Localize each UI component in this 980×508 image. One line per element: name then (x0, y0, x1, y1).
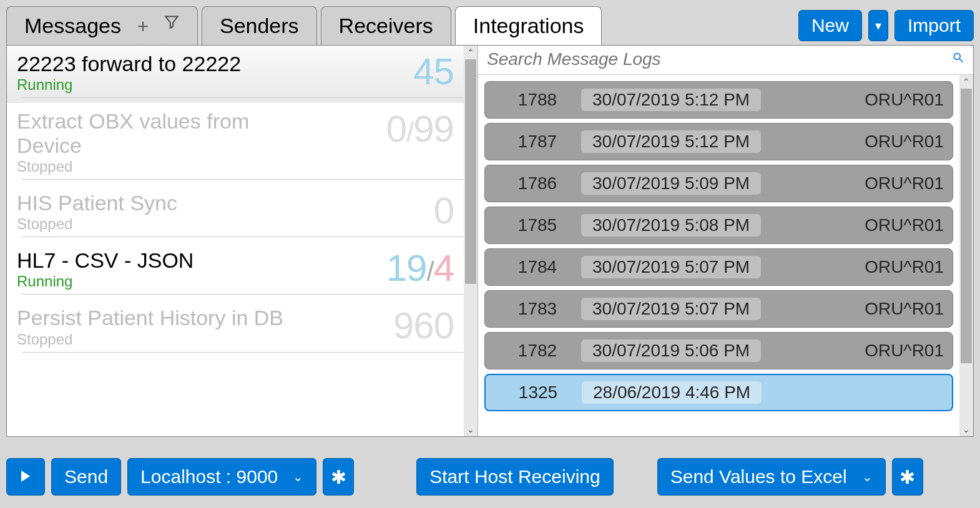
send-to-excel-combo[interactable]: Send Values to Excel ⌄ (657, 458, 886, 496)
gear-icon: ✱ (899, 466, 915, 488)
integration-count: 45 (413, 53, 454, 90)
log-id: 1783 (494, 299, 581, 319)
log-row[interactable]: 178530/07/2019 5:08 PMORU^R01 (484, 207, 953, 244)
integration-title: Extract OBX values from Device (17, 109, 316, 158)
integrations-scrollbar[interactable]: ⌃ ⌄ (464, 46, 478, 436)
integration-title: Persist Patient History in DB (17, 306, 316, 330)
log-id: 1787 (494, 132, 581, 152)
integration-item[interactable]: HIS Patient SyncStopped0 (7, 185, 464, 242)
new-button[interactable]: New (798, 10, 862, 41)
log-type: ORU^R01 (865, 90, 944, 110)
log-timestamp: 30/07/2019 5:09 PM (581, 172, 761, 195)
log-row[interactable]: 178830/07/2019 5:12 PMORU^R01 (484, 81, 953, 119)
log-timestamp: 30/07/2019 5:08 PM (581, 214, 761, 237)
log-timestamp: 30/07/2019 5:06 PM (581, 339, 761, 362)
main-area: 22223 forward to 22222Running45Extract O… (6, 45, 974, 437)
integration-status: Stopped (17, 215, 454, 233)
start-receiving-label: Start Host Receiving (429, 466, 600, 487)
integration-title: 22223 forward to 22222 (17, 52, 316, 76)
scrollbar-thumb[interactable] (961, 89, 972, 363)
filter-icon[interactable] (164, 13, 180, 39)
log-row[interactable]: 178230/07/2019 5:06 PMORU^R01 (484, 332, 953, 369)
log-timestamp: 30/07/2019 5:12 PM (581, 130, 761, 153)
log-timestamp: 30/07/2019 5:07 PM (581, 298, 761, 320)
log-timestamp: 30/07/2019 5:07 PM (581, 256, 761, 278)
gear-icon: ✱ (331, 466, 346, 488)
send-button[interactable]: Send (51, 458, 121, 496)
log-row[interactable]: 178730/07/2019 5:12 PMORU^R01 (484, 123, 953, 160)
add-icon[interactable]: ＋ (134, 13, 152, 39)
tab-receivers-label: Receivers (339, 14, 433, 38)
tab-integrations[interactable]: Integrations (455, 6, 602, 45)
send-button-label: Send (64, 466, 108, 487)
send-to-excel-label: Send Values to Excel (670, 466, 847, 487)
log-type: ORU^R01 (865, 215, 944, 235)
divider (22, 237, 464, 237)
log-id: 1782 (494, 341, 581, 361)
integration-count: 960 (393, 307, 454, 344)
log-type: ORU^R01 (865, 132, 944, 152)
scroll-up-icon[interactable]: ⌃ (464, 46, 478, 59)
tab-integrations-label: Integrations (473, 14, 584, 38)
tab-receivers[interactable]: Receivers (321, 6, 451, 45)
divider (22, 179, 464, 180)
log-id: 1785 (494, 215, 581, 235)
tab-messages[interactable]: Messages ＋ (6, 6, 198, 45)
integration-item[interactable]: 22223 forward to 22222Running45 (7, 46, 464, 103)
log-row[interactable]: 132528/06/2019 4:46 PM (484, 374, 953, 411)
host-settings-button[interactable]: ✱ (323, 458, 354, 496)
count-left: 0 (386, 108, 406, 150)
scroll-up-icon[interactable]: ⌃ (959, 75, 973, 89)
log-type: ORU^R01 (865, 173, 944, 193)
chevron-down-icon: ▾ (875, 18, 881, 33)
log-type: ORU^R01 (865, 341, 944, 361)
chevron-down-icon: ⌄ (293, 469, 303, 484)
svg-line-1 (960, 59, 963, 62)
integrations-panel: 22223 forward to 22222Running45Extract O… (7, 46, 478, 436)
tabstrip: Messages ＋ Senders Receivers Integration… (6, 6, 974, 45)
search-icon[interactable] (947, 51, 969, 67)
excel-settings-button[interactable]: ✱ (892, 458, 923, 496)
count-right: 4 (434, 247, 454, 289)
integration-title: HIS Patient Sync (17, 191, 316, 215)
new-dropdown-button[interactable]: ▾ (868, 10, 888, 41)
play-button[interactable] (6, 458, 45, 496)
count-sep: / (426, 256, 433, 286)
scrollbar-thumb[interactable] (465, 59, 476, 284)
log-id: 1788 (494, 90, 581, 110)
tab-senders[interactable]: Senders (202, 6, 317, 45)
log-row[interactable]: 178430/07/2019 5:07 PMORU^R01 (484, 248, 953, 286)
log-row[interactable]: 178330/07/2019 5:07 PMORU^R01 (484, 290, 953, 328)
log-scrollbar[interactable]: ⌃ ⌄ (959, 75, 973, 436)
count-left: 19 (386, 247, 427, 289)
log-timestamp: 28/06/2019 4:46 PM (582, 381, 762, 404)
start-receiving-button[interactable]: Start Host Receiving (416, 458, 613, 496)
import-button[interactable]: Import (894, 10, 974, 41)
integration-item[interactable]: Extract OBX values from DeviceStopped0/9… (7, 103, 464, 185)
log-id: 1786 (494, 173, 581, 193)
log-id: 1325 (494, 383, 582, 403)
integration-item[interactable]: HL7 - CSV - JSONRunning19/4 (7, 242, 464, 300)
scroll-down-icon[interactable]: ⌄ (959, 423, 973, 436)
integration-count: 19/4 (386, 250, 454, 287)
play-icon (19, 466, 32, 487)
integration-item[interactable]: Persist Patient History in DBStopped960 (7, 300, 464, 357)
integration-count: 0/99 (386, 110, 454, 148)
log-type: ORU^R01 (865, 299, 944, 319)
integrations-list: 22223 forward to 22222Running45Extract O… (7, 46, 464, 436)
log-timestamp: 30/07/2019 5:12 PM (581, 89, 761, 111)
svg-point-0 (954, 53, 960, 59)
log-type: ORU^R01 (865, 257, 944, 277)
search-input[interactable] (482, 47, 947, 72)
integration-status: Stopped (17, 331, 454, 348)
search-row (478, 46, 973, 75)
log-list: 178830/07/2019 5:12 PMORU^R01178730/07/2… (478, 75, 959, 436)
log-row[interactable]: 178630/07/2019 5:09 PMORU^R01 (484, 165, 953, 202)
scroll-down-icon[interactable]: ⌄ (464, 423, 478, 436)
divider (22, 352, 464, 353)
count-right: 99 (413, 108, 454, 150)
integration-title: HL7 - CSV - JSON (17, 248, 316, 273)
new-button-label: New (811, 15, 849, 36)
host-combo[interactable]: Localhost : 9000 ⌄ (127, 458, 316, 496)
import-button-label: Import (908, 15, 961, 36)
